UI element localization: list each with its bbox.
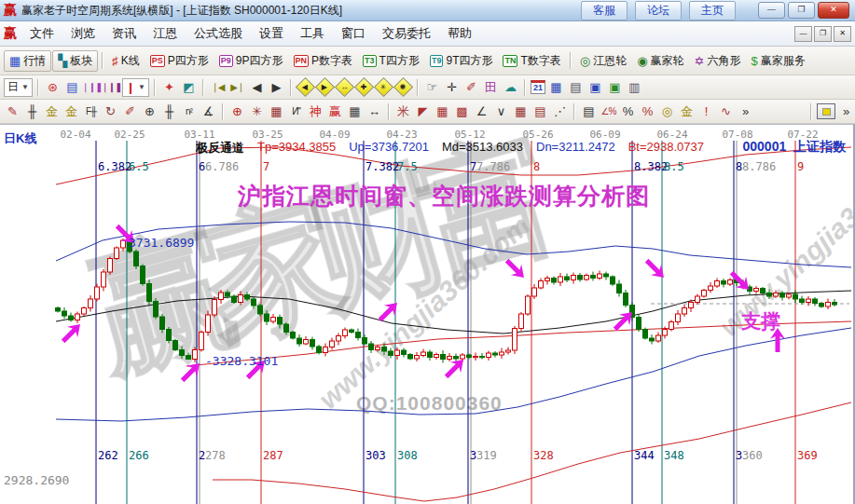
gold-circle-icon[interactable]: ◎ — [658, 102, 676, 120]
trendline-icon[interactable]: ✐ — [462, 78, 480, 96]
menu-item-5[interactable]: 设置 — [251, 23, 292, 44]
toolbar-t-number-table-button[interactable]: TNT数字表 — [498, 51, 565, 71]
mdi-restore-button[interactable]: ❐ — [814, 26, 832, 42]
gann-ruler-icon[interactable]: ╫ — [23, 102, 41, 120]
square-grid-icon[interactable]: ▦ — [434, 102, 451, 120]
restore-button[interactable]: ❐ — [788, 2, 815, 19]
zoom-right-icon[interactable]: ▶ — [315, 77, 335, 97]
menu-item-9[interactable]: 帮助 — [439, 23, 480, 44]
crosshair-icon[interactable]: ✛ — [443, 78, 461, 96]
menu-item-2[interactable]: 资讯 — [103, 23, 145, 44]
list-pct-icon[interactable]: ▤ — [580, 102, 598, 120]
gold-ruler1-icon[interactable]: 金 — [43, 102, 61, 120]
mdi-close-button[interactable]: ✕ — [834, 26, 851, 42]
next-icon[interactable]: ▶ — [268, 78, 285, 96]
candle-style-selector[interactable]: ❙▼ — [122, 78, 149, 97]
fan-lines-icon[interactable]: 米 — [394, 102, 412, 120]
menu-item-0[interactable]: 文件 — [21, 23, 62, 44]
more-chevron-icon[interactable]: » — [737, 102, 754, 120]
customer-service-button[interactable]: 客服 — [581, 1, 627, 20]
check-line-icon[interactable]: ∨ — [492, 102, 510, 120]
toolbar-gann-wheel-button[interactable]: ◎江恩轮 — [575, 51, 631, 71]
notepad-icon[interactable]: ▤ — [567, 78, 585, 96]
menu-item-6[interactable]: 工具 — [292, 23, 333, 44]
period-selector[interactable]: 日▼ — [4, 78, 33, 97]
panel-grid-icon[interactable] — [817, 103, 835, 119]
toolbar-blocks-button[interactable]: ▚板块 — [52, 50, 98, 72]
forum-button[interactable]: 论坛 — [635, 1, 682, 20]
bars3-icon[interactable]: ❘❙❚ — [83, 78, 101, 96]
menu-item-8[interactable]: 交易委托 — [374, 23, 439, 44]
form-icon[interactable]: ▤ — [63, 78, 81, 96]
grid-a-icon[interactable]: ▦ — [512, 102, 530, 120]
toolbar-hexagram-button[interactable]: ✡六角形 — [690, 51, 746, 71]
gold-lines-icon[interactable]: 金 — [678, 102, 696, 120]
tick-ruler-icon[interactable]: ╫ — [160, 102, 178, 120]
pct-line-icon[interactable]: ∠% — [600, 102, 617, 120]
grid-b-icon[interactable]: ▤ — [531, 102, 549, 120]
brain-icon[interactable]: ☁ — [502, 78, 519, 96]
angle-line-icon[interactable]: ∠ — [473, 102, 490, 120]
toolbar-t-square-button[interactable]: T3T四方形 — [358, 51, 424, 71]
wave-icon[interactable]: ∿ — [717, 102, 735, 120]
shen-icon[interactable]: 神 — [307, 102, 324, 120]
close-button[interactable]: ✕ — [818, 2, 849, 19]
sphere-icon[interactable]: ⊛ — [44, 78, 62, 96]
ying-icon[interactable]: 赢 — [326, 102, 344, 120]
zoom-full-icon[interactable]: ✺ — [393, 77, 413, 97]
calendar-icon[interactable]: 21 — [531, 80, 545, 94]
save-icon[interactable]: ▣ — [586, 78, 604, 96]
nsquare-icon[interactable]: n² — [180, 102, 198, 120]
mdi-minimize-button[interactable]: — — [794, 26, 812, 42]
hand-icon[interactable]: ☞ — [423, 78, 441, 96]
minimize-button[interactable]: — — [758, 2, 785, 19]
circle-ruler-icon[interactable]: ⊕ — [141, 102, 159, 120]
menu-item-4[interactable]: 公式选股 — [186, 23, 251, 44]
more-chevron2-icon[interactable]: » — [837, 102, 855, 120]
angle-tool-icon[interactable]: ∡ — [200, 102, 217, 120]
last-icon[interactable]: ▶❘ — [228, 78, 246, 96]
menu-item-3[interactable]: 江恩 — [145, 23, 186, 44]
alert-icon[interactable]: ! — [697, 102, 715, 120]
toolbar-kline-button[interactable]: ♯K线 — [107, 51, 145, 71]
export-icon[interactable]: ▣ — [606, 78, 624, 96]
zoom-v-icon[interactable]: ✚ — [354, 77, 374, 97]
fan-shape-icon[interactable]: ◤ — [414, 102, 432, 120]
brush-icon[interactable]: ✎ — [4, 102, 21, 120]
marker-pen-icon[interactable]: ✐ — [121, 102, 139, 120]
toolbar-ninet-square-button[interactable]: T99T四方形 — [425, 51, 498, 71]
bars9-icon[interactable]: ❘❙❚ — [103, 78, 120, 96]
grid-box-icon[interactable]: ▦ — [268, 102, 285, 120]
toolbar-p-square-button[interactable]: PSP四方形 — [145, 51, 214, 71]
toolbar-winner-service-button[interactable]: $赢家服务 — [746, 51, 809, 71]
gold-ruler2-icon[interactable]: 金 — [62, 102, 80, 120]
first-icon[interactable]: ❘◀ — [209, 78, 227, 96]
calculator-icon[interactable]: ▦ — [547, 78, 565, 96]
percent-icon[interactable]: % — [619, 102, 637, 120]
f-ruler-icon[interactable]: F╫ — [82, 102, 100, 120]
zoom-left-icon[interactable]: ◀ — [296, 77, 315, 97]
toolbar-p-number-table-button[interactable]: PNP数字表 — [289, 51, 358, 71]
star-burst-icon[interactable]: ✳ — [248, 102, 266, 120]
prev-icon[interactable]: ◀ — [248, 78, 266, 96]
toolbar-ninep-square-button[interactable]: P99P四方形 — [214, 51, 288, 71]
seal-icon[interactable]: 田 — [482, 78, 500, 96]
zoom-h-icon[interactable]: ↔ — [335, 77, 354, 97]
shade-grid-icon[interactable]: ▩ — [453, 102, 471, 120]
toolbar-winner-wheel-button[interactable]: ◉赢家轮 — [632, 51, 688, 71]
color-chart-icon[interactable]: ◩ — [180, 78, 198, 96]
kmark-icon[interactable]: И" — [287, 102, 305, 120]
grid-123-icon[interactable]: ▦ — [346, 102, 364, 120]
chart-canvas[interactable]: 赢家财富 www.yingjia360.com www.yingjia360.c… — [0, 124, 855, 504]
cycle-ruler-icon[interactable]: ↻ — [102, 102, 119, 120]
printer-icon[interactable]: ▥ — [626, 78, 643, 96]
toolbar-quotes-button[interactable]: ▦行情 — [4, 50, 51, 72]
menu-item-7[interactable]: 窗口 — [333, 23, 374, 44]
percent-eq-icon[interactable]: % — [639, 102, 656, 120]
homepage-button[interactable]: 主页 — [689, 1, 736, 20]
zoom-all-icon[interactable]: ✳ — [374, 77, 393, 97]
runner-icon[interactable]: ✦ — [160, 78, 178, 96]
hspan-icon[interactable]: ↔ — [365, 102, 383, 120]
slant-lines-icon[interactable]: ⋰ — [551, 102, 569, 120]
menu-item-1[interactable]: 浏览 — [62, 23, 103, 44]
